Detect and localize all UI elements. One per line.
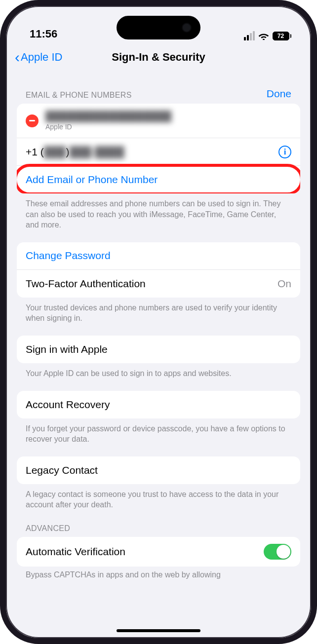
section-header-email: Email & Phone Numbers (26, 91, 132, 100)
wifi-icon (258, 32, 269, 40)
section1-footer: These email addresses and phone numbers … (17, 193, 300, 242)
toggle-on[interactable] (264, 544, 291, 560)
legacy-contact-group: Legacy Contact (17, 456, 300, 484)
page-title: Sign-In & Security (112, 51, 205, 64)
nav-bar: ‹ Apple ID Sign-In & Security (6, 43, 311, 71)
primary-email-blurred: ██████████████████ (45, 111, 171, 122)
done-button[interactable]: Done (267, 88, 291, 100)
section5-footer: A legacy contact is someone you trust to… (17, 484, 300, 522)
primary-email-sub: Apple ID (45, 123, 171, 131)
home-indicator[interactable] (117, 629, 200, 632)
back-label: Apple ID (21, 51, 62, 64)
account-recovery-button[interactable]: Account Recovery (17, 391, 300, 418)
password-group: Change Password Two-Factor Authenticatio… (17, 242, 300, 298)
legacy-contact-button[interactable]: Legacy Contact (17, 456, 300, 484)
automatic-verification-row[interactable]: Automatic Verification (17, 537, 300, 567)
dynamic-island (117, 16, 200, 39)
primary-email-row[interactable]: ██████████████████ Apple ID (17, 104, 300, 138)
change-password-button[interactable]: Change Password (17, 242, 300, 270)
back-button[interactable]: ‹ Apple ID (15, 50, 62, 65)
battery-icon: 72 (273, 32, 292, 40)
section-header-advanced: Advanced (26, 524, 70, 533)
cellular-icon (244, 31, 255, 40)
chevron-left-icon: ‹ (15, 50, 20, 65)
phone-row[interactable]: +1 ( ███ ) ███-████ i (17, 138, 300, 166)
two-factor-value: On (277, 278, 291, 290)
account-recovery-group: Account Recovery (17, 391, 300, 418)
section4-footer: If you forget your password or device pa… (17, 418, 300, 456)
status-time: 11:56 (30, 28, 57, 40)
sign-in-with-apple-button[interactable]: Sign in with Apple (17, 336, 300, 363)
remove-icon[interactable] (26, 114, 39, 127)
email-phone-group: ██████████████████ Apple ID +1 ( ███ ) █… (17, 104, 300, 193)
section2-footer: Your trusted devices and phone numbers a… (17, 298, 300, 336)
cutoff-text: Bypass CAPTCHAs in apps and on the web b… (17, 567, 300, 579)
info-icon[interactable]: i (278, 146, 291, 158)
sign-in-apple-group: Sign in with Apple (17, 336, 300, 363)
section3-footer: Your Apple ID can be used to sign in to … (17, 363, 300, 391)
advanced-group: Automatic Verification (17, 537, 300, 567)
two-factor-row[interactable]: Two-Factor Authentication On (17, 270, 300, 298)
add-email-phone-button[interactable]: Add Email or Phone Number (17, 166, 300, 193)
